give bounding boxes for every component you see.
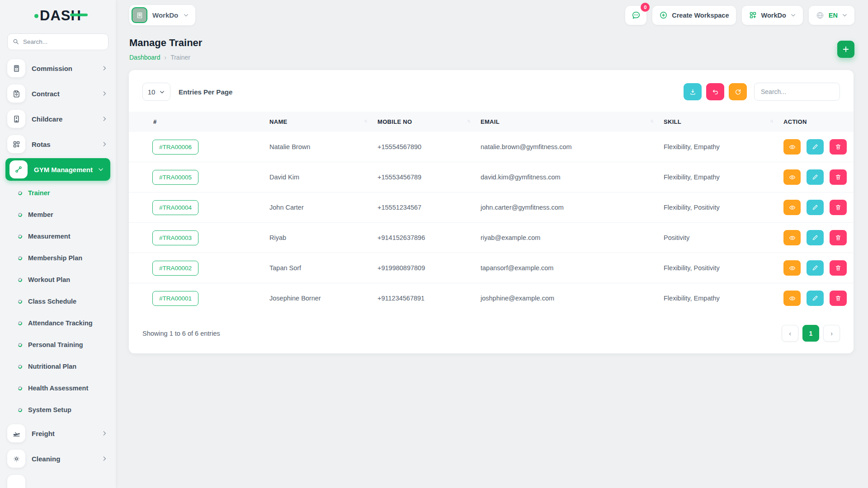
delete-button[interactable] xyxy=(830,139,847,155)
view-button[interactable] xyxy=(783,139,801,155)
sidebar: DASHDASH Commission Contract xyxy=(0,0,116,488)
view-button[interactable] xyxy=(783,169,801,185)
breadcrumb-dashboard-link[interactable]: Dashboard xyxy=(129,54,160,61)
delete-button[interactable] xyxy=(830,230,847,245)
sidebar-item-partial[interactable] xyxy=(0,471,116,488)
edit-button[interactable] xyxy=(807,169,824,185)
delete-button[interactable] xyxy=(830,200,847,215)
eye-icon xyxy=(788,204,796,211)
bullet-icon xyxy=(18,342,23,347)
eye-icon xyxy=(788,234,796,242)
trainer-id-badge[interactable]: #TRA00003 xyxy=(152,230,198,245)
refresh-button[interactable] xyxy=(729,83,747,100)
sidebar-subitem-attendance-tracking[interactable]: Attendance Tracking xyxy=(0,312,116,334)
trainer-id-badge[interactable]: #TRA00002 xyxy=(152,261,198,276)
column-header-skill[interactable]: ↑↓SKILL xyxy=(664,112,783,132)
view-button[interactable] xyxy=(783,230,801,245)
app-root: DASHDASH Commission Contract xyxy=(0,0,868,488)
eye-icon xyxy=(788,143,796,151)
sidebar-item-rotas[interactable]: Rotas xyxy=(0,131,116,157)
sidebar-subitem-member[interactable]: Member xyxy=(0,204,116,225)
sidebar-subitem-class-schedule[interactable]: Class Schedule xyxy=(0,291,116,312)
workspace-name: WorkDo xyxy=(152,11,178,19)
sidebar-subitem-personal-training[interactable]: Personal Training xyxy=(0,334,116,356)
pagination: ‹ 1 › xyxy=(782,325,840,342)
pagination-next-button[interactable]: › xyxy=(823,325,840,342)
trainer-skill-cell: Flexibility, Positivity xyxy=(664,192,783,223)
sidebar-item-commission[interactable]: Commission xyxy=(0,56,116,81)
workspace-switcher[interactable]: WorkDo xyxy=(129,5,195,25)
table-row: #TRA00005 David Kim +15553456789 david.k… xyxy=(129,162,854,192)
bullet-icon xyxy=(18,364,23,369)
trainer-mobile-cell: +911234567891 xyxy=(377,283,481,314)
delete-button[interactable] xyxy=(830,169,847,185)
sidebar-subitem-system-setup[interactable]: System Setup xyxy=(0,399,116,421)
trainer-id-badge[interactable]: #TRA00006 xyxy=(152,140,198,155)
chat-icon xyxy=(631,10,641,20)
bullet-icon xyxy=(18,255,23,261)
main-area: WorkDo 0 Create Workspace WorkDo xyxy=(116,0,868,488)
sort-icon: ↑↓ xyxy=(364,118,367,123)
sidebar-item-contract[interactable]: Contract xyxy=(0,81,116,106)
logo[interactable]: DASHDASH xyxy=(0,0,116,32)
plane-icon xyxy=(7,424,25,442)
sidebar-subitem-workout-plan[interactable]: Workout Plan xyxy=(0,269,116,291)
trainer-id-badge[interactable]: #TRA00001 xyxy=(152,291,198,306)
sidebar-subitem-nutritional-plan[interactable]: Nutritional Plan xyxy=(0,356,116,377)
messages-button[interactable]: 0 xyxy=(625,6,646,25)
chevron-down-icon xyxy=(842,12,848,18)
edit-button[interactable] xyxy=(807,139,824,155)
table-search-input[interactable] xyxy=(754,83,840,101)
chevron-right-icon xyxy=(101,141,108,147)
trainer-skill-cell: Flexibility, Positivity xyxy=(664,253,783,283)
messages-badge: 0 xyxy=(641,3,650,12)
page-header: Manage Trainer Dashboard›Trainer xyxy=(116,25,868,61)
column-header-email[interactable]: ↑↓EMAIL xyxy=(481,112,664,132)
trainer-id-badge[interactable]: #TRA00004 xyxy=(152,200,198,215)
sort-icon: ↑↓ xyxy=(650,118,653,123)
entries-per-page-select[interactable]: 10 xyxy=(142,83,170,101)
sidebar-search-input[interactable] xyxy=(7,33,108,50)
edit-button[interactable] xyxy=(807,260,824,276)
add-trainer-button[interactable] xyxy=(837,41,854,58)
page-title: Manage Trainer xyxy=(129,37,202,49)
sidebar-subitem-trainer[interactable]: Trainer xyxy=(0,182,116,204)
pagination-prev-button[interactable]: ‹ xyxy=(782,325,798,342)
undo-button[interactable] xyxy=(706,83,724,100)
contract-icon xyxy=(7,84,25,103)
sidebar-subitem-membership-plan[interactable]: Membership Plan xyxy=(0,247,116,269)
pagination-page-1[interactable]: 1 xyxy=(802,325,819,342)
trainer-id-badge[interactable]: #TRA00005 xyxy=(152,170,198,185)
view-button[interactable] xyxy=(783,291,801,306)
sidebar-item-cleaning[interactable]: Cleaning xyxy=(0,446,116,471)
edit-button[interactable] xyxy=(807,200,824,215)
view-button[interactable] xyxy=(783,200,801,215)
trainer-mobile-cell: +15553456789 xyxy=(377,162,481,192)
export-button[interactable] xyxy=(684,83,702,100)
delete-button[interactable] xyxy=(830,291,847,306)
column-header-mobile[interactable]: ↑↓MOBILE NO xyxy=(377,112,481,132)
edit-button[interactable] xyxy=(807,291,824,306)
column-header-name[interactable]: ↑↓NAME xyxy=(269,112,377,132)
edit-button[interactable] xyxy=(807,230,824,245)
language-selector[interactable]: EN xyxy=(809,6,854,25)
sidebar-item-freight[interactable]: Freight xyxy=(0,421,116,446)
sidebar-item-gym-management[interactable]: GYM Management xyxy=(5,158,110,181)
sidebar-subitem-measurement[interactable]: Measurement xyxy=(0,225,116,247)
trash-icon xyxy=(835,174,842,181)
sort-icon: ↑↓ xyxy=(770,118,773,123)
sidebar-subitem-health-assessment[interactable]: Health Assessment xyxy=(0,377,116,399)
trainer-mobile-cell: +919980897809 xyxy=(377,253,481,283)
trainer-email-cell: natalie.brown@gymfitness.com xyxy=(481,132,664,162)
bullet-icon xyxy=(18,407,23,413)
create-workspace-button[interactable]: Create Workspace xyxy=(652,6,736,25)
delete-button[interactable] xyxy=(830,260,847,276)
trainer-skill-cell: Flexibility, Empathy xyxy=(664,132,783,162)
trainer-skill-cell: Flexibility, Empathy xyxy=(664,283,783,314)
sidebar-search xyxy=(7,33,108,50)
view-button[interactable] xyxy=(783,260,801,276)
chevron-right-icon xyxy=(101,455,108,462)
sidebar-item-childcare[interactable]: Childcare xyxy=(0,106,116,131)
workdo-menu-button[interactable]: WorkDo xyxy=(742,6,803,25)
search-icon xyxy=(12,38,19,45)
